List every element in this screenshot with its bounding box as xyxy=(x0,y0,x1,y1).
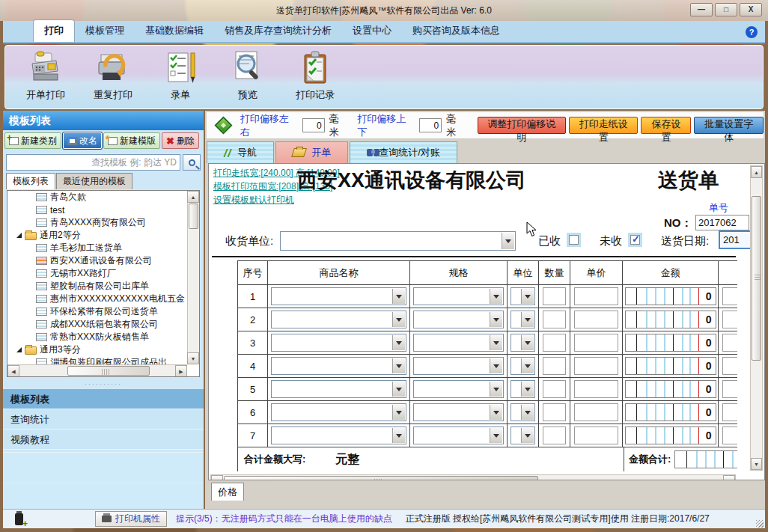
toolbar-button[interactable]: 录单 xyxy=(152,50,209,102)
scroll-left-icon[interactable]: ◀ xyxy=(211,475,223,480)
form-vscroll-thumb[interactable] xyxy=(752,196,761,361)
dropdown-button[interactable] xyxy=(521,358,534,373)
quantity-input[interactable] xyxy=(543,357,566,375)
expand-arrow-icon[interactable] xyxy=(16,233,22,238)
quantity-input[interactable] xyxy=(543,334,566,352)
tree-item[interactable]: 淄博包装印刷有限公司成品出 xyxy=(7,356,187,364)
toolbar-button[interactable]: 打印记录 xyxy=(287,50,344,102)
product-name-combobox[interactable] xyxy=(271,357,406,375)
unit-combobox[interactable] xyxy=(511,380,535,398)
product-name-combobox[interactable] xyxy=(271,380,406,398)
tree-folder[interactable]: 通用3等分 xyxy=(7,343,187,356)
offset-bar-button[interactable]: 打印走纸设置 xyxy=(569,117,639,134)
quantity-input[interactable] xyxy=(543,311,566,328)
unit-combobox[interactable] xyxy=(511,426,535,444)
help-icon[interactable]: ? xyxy=(746,26,758,38)
dropdown-button[interactable] xyxy=(490,289,502,304)
template-search-input[interactable] xyxy=(6,154,180,171)
received-checkbox[interactable] xyxy=(569,235,579,245)
dropdown-button[interactable] xyxy=(392,382,405,397)
unit-combobox[interactable] xyxy=(511,403,535,421)
form-horizontal-scrollbar[interactable]: ◀ ▶ xyxy=(210,474,736,480)
price-tab[interactable]: 价格 xyxy=(211,483,244,501)
form-setting-link[interactable]: 设置模板默认打印机 xyxy=(213,194,294,207)
maximize-button[interactable]: □ xyxy=(715,3,737,16)
sidebar-action-button[interactable]: ✖删除 xyxy=(162,132,199,149)
tree-item[interactable]: 常熟市XXX防火板销售单 xyxy=(7,331,187,343)
dropdown-button[interactable] xyxy=(490,358,502,373)
dropdown-button[interactable] xyxy=(490,405,502,420)
window-titlebar[interactable]: 送货单打印软件|苏州飚风™软件有限公司出品 Ver: 6.0 — □ X xyxy=(0,0,768,21)
spec-combobox[interactable] xyxy=(413,380,504,398)
unit-combobox[interactable] xyxy=(511,311,535,328)
unit-price-input[interactable] xyxy=(574,403,618,421)
tree-hscroll-thumb[interactable] xyxy=(67,366,150,376)
toolbar-button[interactable]: 预览 xyxy=(219,50,276,102)
tree-horizontal-scrollbar[interactable]: ◀ ▶ xyxy=(7,364,187,376)
dropdown-button[interactable] xyxy=(490,428,502,443)
spec-combobox[interactable] xyxy=(413,426,504,444)
tree-item[interactable]: test xyxy=(7,204,187,216)
sidebar-action-button[interactable]: 改名 xyxy=(63,132,102,149)
dropdown-button[interactable] xyxy=(521,335,534,350)
dropdown-button[interactable] xyxy=(490,382,502,397)
sidebar-splitter[interactable]: ·········· xyxy=(3,380,204,388)
document-tab[interactable]: //导航 xyxy=(207,141,274,163)
extra-input[interactable] xyxy=(722,403,737,421)
form-hscroll-thumb[interactable] xyxy=(224,476,538,480)
tree-item[interactable]: 西安XX通讯设备有限公司 xyxy=(7,254,187,267)
offset-bar-button[interactable]: 调整打印偏移说明 xyxy=(478,117,566,134)
tree-item[interactable]: 无锡市XX路灯厂 xyxy=(7,267,187,280)
menu-tab[interactable]: 打印 xyxy=(33,19,75,42)
sidebar-nav-item[interactable]: 模板列表 xyxy=(3,389,204,409)
tree-vscroll-thumb[interactable] xyxy=(189,204,198,229)
toolbar-button[interactable]: 开单打印 xyxy=(17,50,74,102)
spec-combobox[interactable] xyxy=(413,403,504,421)
sidebar-tab[interactable]: 最近使用的模板 xyxy=(56,173,132,189)
menu-tab[interactable]: 模板管理 xyxy=(75,20,135,42)
extra-input[interactable] xyxy=(722,357,737,375)
dropdown-button[interactable] xyxy=(392,312,405,327)
tree-item[interactable]: 青岛欠款 xyxy=(7,191,187,204)
form-vertical-scrollbar[interactable]: ▲ ▼ xyxy=(750,165,763,471)
close-button[interactable]: X xyxy=(740,3,762,16)
product-name-combobox[interactable] xyxy=(271,334,406,352)
scroll-down-icon[interactable]: ▼ xyxy=(187,352,199,364)
tree-folder[interactable]: 通用2等分 xyxy=(7,229,187,242)
dropdown-button[interactable] xyxy=(490,335,502,350)
dropdown-button[interactable] xyxy=(521,289,534,304)
tree-vertical-scrollbar[interactable]: ▲ ▼ xyxy=(187,191,199,364)
quantity-input[interactable] xyxy=(543,287,566,305)
sidebar-tab[interactable]: 模板列表 xyxy=(6,173,55,189)
product-name-combobox[interactable] xyxy=(271,311,406,328)
toolbar-button[interactable]: 重复打印 xyxy=(85,50,141,102)
tree-item[interactable]: 成都XXX纸箱包装有限公司 xyxy=(7,318,187,331)
menu-tab[interactable]: 购买咨询及版本信息 xyxy=(402,20,511,42)
scroll-right-icon[interactable]: ▶ xyxy=(723,475,735,480)
order-number-input[interactable] xyxy=(695,215,749,230)
unit-combobox[interactable] xyxy=(511,287,535,305)
scroll-left-icon[interactable]: ◀ xyxy=(7,365,19,377)
offset-ud-input[interactable] xyxy=(419,118,442,132)
dropdown-button[interactable] xyxy=(392,405,405,420)
product-name-combobox[interactable] xyxy=(271,287,406,305)
offset-lr-input[interactable] xyxy=(302,118,325,132)
scroll-up-icon[interactable]: ▲ xyxy=(751,166,762,178)
dropdown-button[interactable] xyxy=(392,428,405,443)
spec-combobox[interactable] xyxy=(413,334,504,352)
spec-combobox[interactable] xyxy=(413,357,504,375)
unit-price-input[interactable] xyxy=(574,426,618,444)
tree-item[interactable]: 环保松紧带有限公司送货单 xyxy=(7,305,187,318)
quantity-input[interactable] xyxy=(543,426,566,444)
extra-input[interactable] xyxy=(722,311,737,328)
product-name-combobox[interactable] xyxy=(271,403,406,421)
spec-combobox[interactable] xyxy=(413,311,504,328)
document-tab[interactable]: 查询统计/对账 xyxy=(350,141,457,163)
minimize-button[interactable]: — xyxy=(690,3,713,16)
dropdown-button[interactable] xyxy=(392,335,405,350)
unreceived-checkbox[interactable] xyxy=(630,235,640,245)
quantity-input[interactable] xyxy=(543,403,566,421)
offset-bar-button[interactable]: 保存设置 xyxy=(641,117,691,134)
receiver-combobox[interactable] xyxy=(280,231,516,251)
sidebar-action-button[interactable]: 新建类别 xyxy=(4,132,61,149)
